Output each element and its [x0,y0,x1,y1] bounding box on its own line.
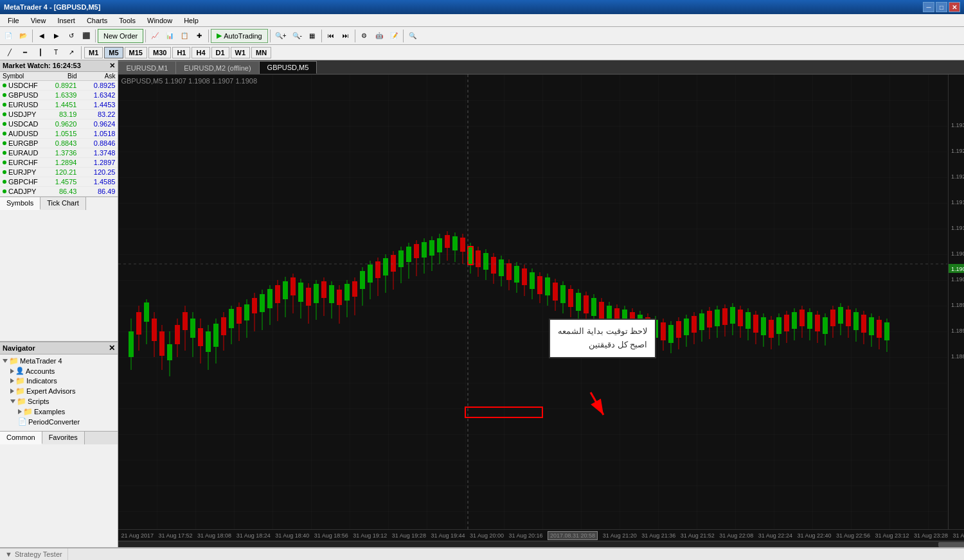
svg-rect-14 [175,325,180,344]
menu-tools[interactable]: Tools [114,15,141,26]
market-watch-row[interactable]: CADJPY 86.43 86.49 [0,187,118,197]
tb-chart-type[interactable]: ▦ [305,29,319,43]
svg-rect-56 [337,290,342,305]
tab-common[interactable]: Common [0,432,42,444]
tb-hline[interactable]: ━ [18,46,32,60]
left-panel: Market Watch: 16:24:53 ✕ Symbol Bid Ask … [0,60,118,547]
market-watch-row[interactable]: GBPCHF 1.4575 1.4585 [0,177,118,187]
navigator-close[interactable]: ✕ [109,344,115,353]
tb-settings[interactable]: ⚙ [357,29,371,43]
tb-vline[interactable]: ┃ [33,46,48,60]
tb-arrow[interactable]: ↗ [64,46,78,60]
nav-indicators[interactable]: 📁 Indicators [0,376,118,386]
market-watch-row[interactable]: EURUSD 1.4451 1.4453 [0,100,118,110]
autotrading-button[interactable]: ▶ AutoTrading [211,29,268,43]
tb-expert[interactable]: 🤖 [372,29,386,43]
svg-rect-26 [221,317,226,335]
tb-indicators[interactable]: 📊 [163,29,177,43]
svg-rect-40 [275,285,280,303]
market-watch-row[interactable]: USDCHF 0.8921 0.8925 [0,81,118,91]
chart-scroll[interactable] [118,541,964,547]
tb-zoom-in[interactable]: 🔍+ [272,29,289,43]
menu-view[interactable]: View [26,15,51,26]
svg-rect-176 [799,310,805,326]
period-m5[interactable]: M5 [104,47,123,58]
tab-eurusd-m2[interactable]: EURUSD,M2 (offline) [176,61,259,74]
tb-templates[interactable]: 📋 [177,29,192,43]
market-watch-row[interactable]: EURCHF 1.2894 1.2897 [0,158,118,168]
tb-line-tool[interactable]: ╱ [3,46,17,60]
nav-accounts[interactable]: 👤 Accounts [0,366,118,376]
tb-open[interactable]: 📂 [16,29,30,43]
tb-crosshair[interactable]: ✚ [192,29,206,43]
title-bar-controls: ─ □ ✕ [923,2,960,12]
scroll-thumb[interactable] [938,542,964,547]
tab-gbpusd-m5[interactable]: GBPUSD,M5 [260,61,317,74]
period-w1[interactable]: W1 [231,47,251,58]
menu-file[interactable]: File [3,15,24,26]
tb-forward[interactable]: ▶ [49,29,64,43]
svg-rect-186 [838,307,843,324]
market-watch-row[interactable]: USDCAD 0.9620 0.9624 [0,119,118,129]
period-h4[interactable]: H4 [192,47,210,58]
menu-insert[interactable]: Insert [52,15,80,26]
tb-newchart[interactable]: 📄 [1,29,15,43]
svg-rect-88 [460,238,465,252]
minimize-button[interactable]: ─ [923,2,934,12]
market-watch-close[interactable]: ✕ [109,62,115,70]
svg-rect-102 [514,266,519,283]
svg-rect-164 [753,315,758,333]
period-h1[interactable]: H1 [172,47,190,58]
nav-tree: 📁 MetaTrader 4 👤 Accounts 📁 Indicators 📁 [0,354,118,428]
svg-rect-190 [853,312,859,330]
tab-tick-chart[interactable]: Tick Chart [40,197,86,210]
tb-scripts[interactable]: 📝 [387,29,401,43]
tb-zoom-out[interactable]: 🔍- [290,29,305,43]
bottom-tabs: ▼ Strategy Tester [0,548,964,560]
market-watch-row[interactable]: EURAUD 1.3736 1.3748 [0,148,118,158]
nav-scripts[interactable]: 📁 Scripts [0,396,118,407]
svg-rect-192 [861,315,866,333]
restore-button[interactable]: □ [936,2,947,12]
menu-charts[interactable]: Charts [82,15,112,26]
main-area: Market Watch: 16:24:53 ✕ Symbol Bid Ask … [0,60,964,547]
svg-rect-148 [692,316,697,333]
period-d1[interactable]: D1 [211,47,229,58]
market-watch-row[interactable]: USDJPY 83.19 83.22 [0,110,118,119]
chart-canvas[interactable]: GBPUSD,M5 1.1907 1.1908 1.1907 1.1908 [118,74,947,529]
nav-period-converter[interactable]: 📄 PeriodConverter [0,417,118,426]
period-m15[interactable]: M15 [125,47,147,58]
tab-eurusd-m1[interactable]: EURUSD,M1 [118,61,176,74]
close-button[interactable]: ✕ [949,2,960,12]
period-m1[interactable]: M1 [84,47,103,58]
tb-scroll-right[interactable]: ⏭ [339,29,353,43]
period-mn[interactable]: MN [251,47,271,58]
nav-examples[interactable]: 📁 Examples [0,407,118,417]
tb-chart-tools[interactable]: 📈 [148,29,162,43]
tb-refresh[interactable]: ↺ [64,29,78,43]
svg-rect-42 [283,281,288,299]
tb-scroll-left[interactable]: ⏮ [324,29,338,43]
market-watch-row[interactable]: EURJPY 120.21 120.25 [0,168,118,177]
menu-window[interactable]: Window [142,15,177,26]
market-watch-row[interactable]: AUDUSD 1.0515 1.0518 [0,129,118,139]
tb-search[interactable]: 🔍 [406,29,420,43]
market-watch-row[interactable]: EURGBP 0.8843 0.8846 [0,139,118,148]
market-watch-header: Market Watch: 16:24:53 ✕ [0,60,118,72]
svg-rect-30 [237,307,242,324]
tab-symbols[interactable]: Symbols [0,197,40,210]
svg-rect-10 [159,331,165,356]
tb-back[interactable]: ◀ [35,29,49,43]
nav-metatrader4[interactable]: 📁 MetaTrader 4 [0,356,118,366]
svg-rect-174 [792,312,797,329]
tb-stop[interactable]: ⬛ [79,29,93,43]
svg-rect-90 [468,247,473,265]
nav-expert-advisors[interactable]: 📁 Expert Advisors [0,386,118,396]
title-bar-text: MetaTrader 4 - [GBPUSD,M5] [4,3,100,11]
period-m30[interactable]: M30 [148,47,171,58]
menu-help[interactable]: Help [179,15,204,26]
new-order-button[interactable]: New Order [98,29,143,43]
tb-text[interactable]: T [49,46,63,60]
tab-favorites[interactable]: Favorites [42,432,85,444]
market-watch-row[interactable]: GBPUSD 1.6339 1.6342 [0,91,118,100]
